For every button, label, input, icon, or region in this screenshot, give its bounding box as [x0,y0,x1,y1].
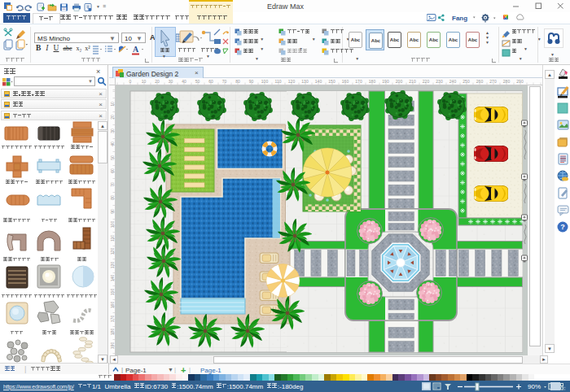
svg-text:A: A [133,45,139,54]
svg-text:90%: 90% [528,383,541,390]
svg-text:?: ? [560,223,565,231]
